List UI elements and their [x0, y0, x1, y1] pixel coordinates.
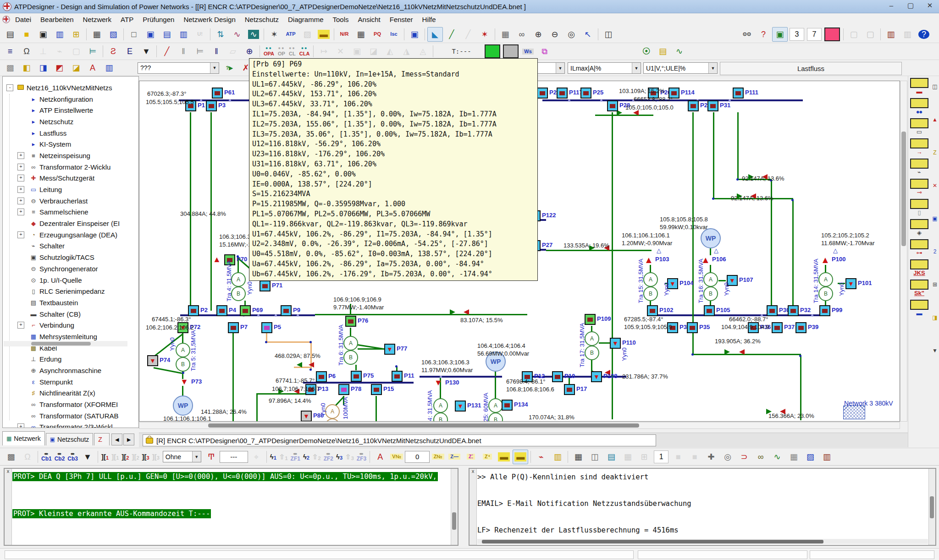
draw-mode-icon[interactable]: ◣: [427, 27, 443, 42]
rotate-icon[interactable]: ◮: [398, 44, 414, 59]
zoom-region-icon[interactable]: ◎: [563, 27, 579, 42]
strip-icon[interactable]: ◨: [932, 314, 937, 321]
curve-framed-icon[interactable]: ∿: [246, 27, 261, 42]
node-probe[interactable]: ▼: [610, 338, 621, 349]
chevron-down-icon[interactable]: ▼: [708, 63, 717, 73]
pattern-box-icon[interactable]: ▩: [3, 450, 19, 464]
breaker2-gray-button[interactable]: ][2: [132, 453, 139, 461]
minimize-button[interactable]: –: [886, 1, 897, 10]
box-arrow-icon[interactable]: ⊨: [85, 44, 100, 59]
isc-icon[interactable]: Isc: [386, 27, 402, 42]
yellow-button[interactable]: [910, 199, 928, 209]
breaker3-gray-button[interactable]: ][3: [152, 453, 160, 461]
wind-park-symbol[interactable]: WP: [173, 395, 193, 416]
menu-netzwerk[interactable]: Netzwerk: [78, 14, 116, 25]
yellow-button[interactable]: [910, 98, 928, 108]
grid-settings-icon[interactable]: ⇅: [213, 27, 228, 42]
rt-sk-button[interactable]: Sk": [909, 280, 929, 297]
yellow-button[interactable]: [910, 280, 928, 290]
node-triangle[interactable]: ▲: [644, 255, 653, 264]
node-probe[interactable]: [557, 88, 568, 99]
delete-icon[interactable]: ✕: [332, 44, 348, 59]
breaker3-button[interactable]: ][3: [142, 453, 149, 461]
comment-bubble-icon[interactable]: ▬: [316, 27, 331, 42]
binoculars-icon[interactable]: ⊙⊙: [739, 27, 755, 42]
chart-icon[interactable]: ▤: [603, 450, 619, 464]
busbar[interactable]: [420, 376, 502, 378]
x-disabled-icon[interactable]: ⌖: [249, 450, 264, 464]
e-shape-icon[interactable]: Ε: [122, 44, 138, 59]
scale-field[interactable]: 1: [654, 450, 668, 463]
node-probe[interactable]: [688, 100, 699, 111]
tree-item-verbindung[interactable]: +⌐Verbindung: [3, 319, 138, 331]
tab-netzschutz[interactable]: ▣Netzschutz: [46, 433, 94, 445]
tree-item-schalter-cb-[interactable]: ▬Schalter (CB): [3, 308, 138, 320]
tree-item-sammelschiene[interactable]: +≡Sammelschiene: [3, 207, 138, 218]
tree-item-verbraucherlast[interactable]: +⊖Verbraucherlast: [3, 195, 138, 207]
menu-prüfungen[interactable]: Prüfungen: [138, 14, 179, 25]
strip-icon[interactable]: ◫: [932, 83, 937, 90]
undo-icon[interactable]: U!: [192, 27, 208, 42]
tab-scroll-left[interactable]: ◀: [111, 434, 122, 445]
node-probe[interactable]: [228, 322, 239, 333]
node-probe[interactable]: [607, 100, 618, 111]
lift1-button[interactable]: ⇧1: [279, 453, 288, 461]
highlight-color-swatch[interactable]: [824, 27, 840, 41]
rt-coupler-button[interactable]: ⊶: [909, 239, 929, 257]
rt-feeder-button[interactable]: →: [909, 138, 929, 156]
z-1234-icon[interactable]: Z⁴: [480, 450, 495, 464]
tree-item-leitung[interactable]: +▭Leitung: [3, 184, 138, 195]
zoom-out-icon[interactable]: ⊖: [547, 27, 563, 42]
console-close-strip[interactable]: x: [470, 469, 477, 545]
pointer-icon[interactable]: ↖: [580, 27, 596, 42]
tab-scroll-right[interactable]: ▶: [123, 434, 134, 445]
canvas-vscrollbar[interactable]: [900, 81, 907, 422]
tree-hscrollbar[interactable]: [4, 341, 127, 346]
rt-switch-button[interactable]: ⌁: [909, 159, 929, 176]
menu-bearbeiten[interactable]: Bearbeiten: [36, 14, 78, 25]
fault3-button[interactable]: ϟ3: [336, 453, 342, 461]
transformer-winding-a[interactable]: A: [176, 343, 190, 357]
rt-source-button[interactable]: ⊸: [909, 179, 929, 196]
rt-impedance-button[interactable]: ▭: [909, 118, 929, 136]
help-run-icon[interactable]: ?▶: [221, 60, 237, 75]
pq-table-icon[interactable]: PQ: [370, 27, 385, 42]
tree-item-atp-einstellwerte[interactable]: ▸ATP Einstellwerte: [3, 104, 138, 116]
menu-fenster[interactable]: Fenster: [385, 14, 418, 25]
tree-expand-box[interactable]: +: [17, 186, 24, 193]
current-display-combo[interactable]: ILmax|A|%▼: [568, 62, 641, 74]
console-hscrollbar[interactable]: [477, 539, 928, 544]
cb3-button[interactable]: ⏛Cb3: [67, 451, 78, 462]
console-vscrollbar[interactable]: [928, 469, 935, 545]
transformer-winding-a[interactable]: A: [643, 272, 658, 287]
breaker2-button[interactable]: ][2: [122, 453, 129, 461]
ws-button[interactable]: Ws: [520, 44, 536, 59]
tree-expand-box[interactable]: +: [17, 209, 24, 215]
menu-datei[interactable]: Datei: [11, 14, 36, 25]
canvas-hscrollbar[interactable]: [139, 422, 900, 429]
tree-item-erzeugungsanlage-dea-[interactable]: +◔Erzeugungsanlage (DEA): [3, 229, 138, 241]
tool-dropdown-arrow[interactable]: ▼: [138, 44, 154, 59]
eraser-icon[interactable]: ◪: [365, 44, 381, 59]
tree-item-lastfluss[interactable]: ▸Lastfluss: [3, 127, 138, 139]
flag-step-icon[interactable]: ◧: [19, 60, 34, 75]
opa-button[interactable]: ●●OPA: [264, 46, 274, 56]
line-fault-icon[interactable]: ✶: [477, 27, 492, 42]
palette-icon[interactable]: ▨: [802, 450, 818, 464]
document-path-tab[interactable]: [R] ENCR C:\ATPDesigner\00_7_ATPDesigner…: [143, 434, 656, 446]
mirror-left-icon[interactable]: ◬: [415, 44, 431, 59]
network-structure-icon[interactable]: ⊞: [68, 27, 84, 42]
tree-item-transformator-2-3-wickl[interactable]: +∞Transformator 2/3-Wickl: [3, 422, 138, 428]
strip-icon[interactable]: 2: [933, 248, 937, 255]
note-arrow-icon[interactable]: ▬: [513, 450, 528, 464]
bus-plus-icon[interactable]: ⊕: [242, 44, 257, 59]
traffic-light-icon[interactable]: ⦿: [639, 44, 654, 59]
gray-box1-icon[interactable]: ■: [670, 450, 686, 464]
transformer-winding-b[interactable]: B: [703, 286, 718, 301]
network-tree-panel[interactable]: -Netz16_110kVNetzMitNetzs▸Netzkonfigurat…: [2, 76, 139, 428]
busbar-tool-icon[interactable]: ≡: [2, 44, 18, 59]
dashed-box-icon[interactable]: ▢: [68, 44, 84, 59]
book2-icon[interactable]: ▥: [819, 450, 834, 464]
chevron-down-icon[interactable]: ▼: [210, 63, 219, 73]
node-probe[interactable]: [371, 384, 382, 395]
